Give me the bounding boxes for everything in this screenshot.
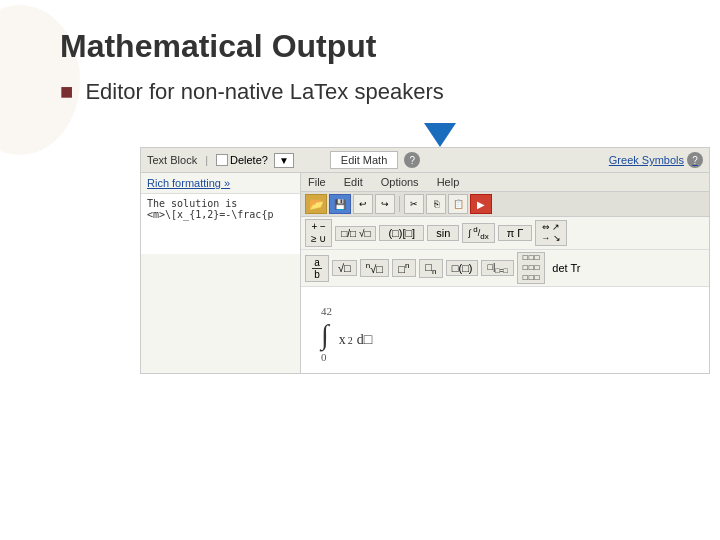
code-area: The solution is <m>\[x_{1,2}=-\frac{p	[141, 194, 300, 254]
sym-ab-fraction[interactable]: a b	[305, 255, 329, 282]
integral-display: 42 ∫ x 2 d□ 0	[321, 305, 372, 363]
integral-line: ∫ x 2 d□	[321, 321, 372, 349]
greek-symbols-label: Greek Symbols	[609, 154, 684, 166]
menu-options[interactable]: Options	[378, 175, 422, 189]
integral-diff: d□	[357, 332, 372, 348]
sym-sin[interactable]: sin	[427, 225, 459, 241]
toolbar-separator: |	[205, 154, 208, 166]
delete-checkbox-group[interactable]: Delete?	[216, 154, 268, 166]
sym-integral-deriv[interactable]: ∫ d/dx	[462, 223, 494, 243]
sym-paren-bracket[interactable]: (□)[□]	[379, 225, 424, 241]
editor-panel: Text Block | Delete? ▼ Edit Math ? Greek…	[140, 147, 710, 374]
subtitle-text: Editor for non-native LaTex speakers	[85, 79, 443, 104]
editor-toolbar-top: Text Block | Delete? ▼ Edit Math ? Greek…	[141, 148, 709, 173]
sym-box-sup[interactable]: □n	[392, 259, 416, 277]
cut-icon[interactable]: ✂	[404, 194, 424, 214]
help-icon[interactable]: ?	[404, 152, 420, 168]
greek-symbols-button[interactable]: Greek Symbols ?	[609, 152, 703, 168]
det-tr-label: det Tr	[552, 262, 580, 274]
integral-upper-limit: 42	[321, 305, 372, 317]
integral-symbol: ∫	[321, 321, 329, 349]
sym-sqrt-box[interactable]: √□	[332, 260, 357, 276]
menu-help[interactable]: Help	[434, 175, 463, 189]
rich-formatting-link[interactable]: Rich formatting »	[141, 173, 300, 194]
sym-box-paren[interactable]: □(□)	[446, 260, 479, 276]
menu-file[interactable]: File	[305, 175, 329, 189]
delete-label: Delete?	[230, 154, 268, 166]
math-menu-bar: File Edit Options Help	[301, 173, 709, 192]
paste-icon[interactable]: 📋	[448, 194, 468, 214]
subtitle: ■ Editor for non-native LaTex speakers	[60, 79, 680, 105]
integral-exponent: 2	[348, 335, 353, 346]
toolbar-divider	[399, 196, 400, 212]
dropdown-arrow-icon: ▼	[279, 155, 289, 166]
sym-plus-minus[interactable]: + − ≥ ∪	[305, 219, 332, 247]
bullet-char: ■	[60, 79, 73, 104]
greek-help-icon[interactable]: ?	[687, 152, 703, 168]
math-output-area: 42 ∫ x 2 d□ 0	[301, 287, 709, 373]
sym-matrix[interactable]: □□□ □□□ □□□	[517, 252, 546, 284]
blue-arrow-icon	[424, 123, 456, 147]
editor-body: Rich formatting » The solution is <m>\[x…	[141, 173, 709, 373]
insert-icon[interactable]: ▶	[470, 194, 492, 214]
dropdown-button[interactable]: ▼	[274, 153, 294, 168]
edit-math-button[interactable]: Edit Math	[330, 151, 398, 169]
text-block-label: Text Block	[147, 154, 197, 166]
sym-arrows[interactable]: ⇔ ↗ → ↘	[535, 220, 567, 246]
menu-edit[interactable]: Edit	[341, 175, 366, 189]
copy-icon[interactable]: ⎘	[426, 194, 446, 214]
sym-nth-root[interactable]: n√□	[360, 259, 389, 277]
sym-fraction-sqrt[interactable]: □/□ √□	[335, 226, 376, 241]
delete-checkbox[interactable]	[216, 154, 228, 166]
undo-icon[interactable]: ↩	[353, 194, 373, 214]
integral-variable: x	[339, 332, 346, 348]
sym-eval[interactable]: □|□=□	[481, 260, 513, 276]
down-arrow-indicator	[240, 123, 640, 147]
left-panel: Rich formatting » The solution is <m>\[x…	[141, 173, 301, 373]
sym-box-sub[interactable]: □n	[419, 259, 443, 278]
math-symbols-row-1: + − ≥ ∪ □/□ √□ (□)[□] sin	[301, 217, 709, 250]
main-title: Mathematical Output	[60, 28, 680, 65]
integral-lower-limit: 0	[321, 351, 372, 363]
math-icon-toolbar: 📂 💾 ↩ ↪	[301, 192, 709, 217]
sym-pi-gamma[interactable]: π Γ	[498, 225, 533, 241]
right-panel: File Edit Options Help 📂 💾	[301, 173, 709, 373]
redo-icon[interactable]: ↪	[375, 194, 395, 214]
save-icon[interactable]: 💾	[329, 194, 351, 214]
math-symbols-row-2: a b √□ n√□ □n □n	[301, 250, 709, 287]
open-folder-icon[interactable]: 📂	[305, 194, 327, 214]
